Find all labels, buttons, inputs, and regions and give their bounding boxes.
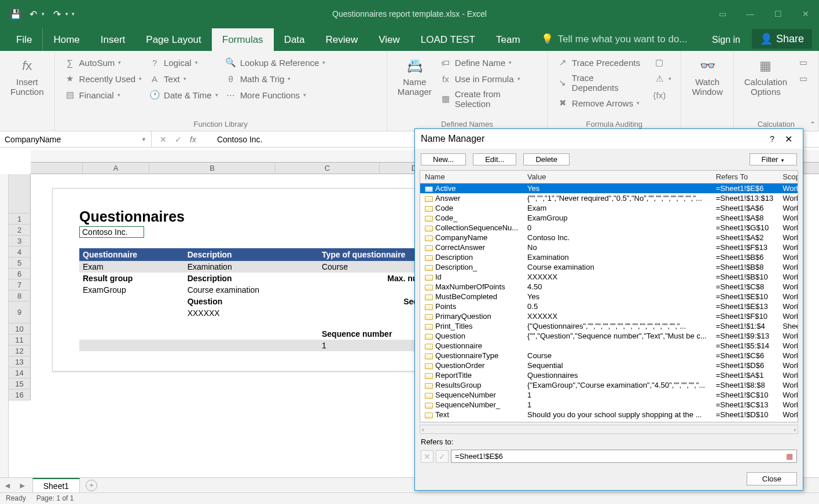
row-5[interactable]: 5 <box>9 257 30 268</box>
name-row[interactable]: Code_ExamGroup=Sheet1!$A$8Workbook <box>420 213 798 223</box>
sheet-nav-prev[interactable]: ◄ <box>0 481 15 490</box>
name-manager-button[interactable]: 📇 Name Manager <box>393 54 436 111</box>
tab-data[interactable]: Data <box>274 28 315 51</box>
col-a[interactable]: A <box>83 163 149 174</box>
row-9[interactable]: 9 <box>9 301 30 323</box>
collapse-ribbon-icon[interactable]: ⌃ <box>810 120 816 128</box>
text-button[interactable]: AText▾ <box>145 71 222 87</box>
name-row[interactable]: MaxNumberOfPoints4.50=Sheet1!$C$8Workboo… <box>420 282 798 292</box>
row-6[interactable]: 6 <box>9 268 30 279</box>
fx-icon[interactable]: fx <box>190 135 196 144</box>
new-button[interactable]: New... <box>421 153 466 165</box>
row-3[interactable]: 3 <box>9 236 30 247</box>
row-15[interactable]: 15 <box>9 378 30 389</box>
autosum-button[interactable]: ∑AutoSum▾ <box>61 54 146 71</box>
close-button[interactable]: Close <box>747 472 797 485</box>
tab-formulas[interactable]: Formulas <box>212 28 274 51</box>
math-button[interactable]: θMath & Trig▾ <box>222 71 329 87</box>
tab-insert[interactable]: Insert <box>90 28 136 51</box>
name-row[interactable]: TextShould you do your school supply sho… <box>420 410 798 420</box>
tab-team[interactable]: Team <box>486 28 531 51</box>
row-10[interactable]: 10 <box>9 323 30 334</box>
name-row[interactable]: Description_Course examination=Sheet1!$B… <box>420 262 798 272</box>
tab-home[interactable]: Home <box>43 28 90 51</box>
range-picker-icon[interactable]: ▦ <box>786 452 793 461</box>
col-refers-to[interactable]: Refers To <box>711 171 778 183</box>
name-row[interactable]: CompanyNameContoso Inc.=Sheet1!$A$2Workb… <box>420 233 798 242</box>
maximize-icon[interactable]: ☐ <box>765 0 791 28</box>
undo-icon[interactable]: ↶ <box>28 9 38 19</box>
row-16[interactable]: 16 <box>9 389 30 400</box>
chevron-down-icon[interactable]: ▼ <box>141 137 146 142</box>
calculate-now-button[interactable]: ▭ <box>794 54 813 71</box>
show-formulas-button[interactable]: ▢ <box>650 54 675 71</box>
col-scope[interactable]: Scope <box>778 171 798 183</box>
col-c[interactable]: C <box>276 163 380 174</box>
edit-button[interactable]: Edit... <box>473 153 516 165</box>
sign-in-link[interactable]: Sign in <box>705 29 747 51</box>
ribbon-display-icon[interactable]: ▭ <box>709 0 736 28</box>
row-2[interactable]: 2 <box>9 225 30 236</box>
watch-window-button[interactable]: 👓 Watch Window <box>687 54 727 99</box>
name-row[interactable]: MustBeCompletedYes=Sheet1!$E$10Workbook <box>420 292 798 301</box>
tab-view[interactable]: View <box>368 28 410 51</box>
name-row[interactable]: Question{"","Question","Sequence number"… <box>420 331 798 341</box>
col-value[interactable]: Value <box>523 171 711 183</box>
new-sheet-button[interactable]: + <box>86 480 97 491</box>
trace-precedents-button[interactable]: ↗Trace Precedents <box>553 54 645 71</box>
lookup-button[interactable]: 🔍Lookup & Reference▾ <box>222 54 329 71</box>
name-row[interactable]: PrimaryQuestionXXXXXX=Sheet1!$F$10Workbo… <box>420 311 798 321</box>
name-row[interactable]: SequenceNumber_1=Sheet1!$C$13Workbook <box>420 400 798 410</box>
filter-button[interactable]: Filter ▼ <box>750 153 797 165</box>
name-row[interactable]: SequenceNumber1=Sheet1!$C$10Workbook <box>420 390 798 400</box>
row-7[interactable]: 7 <box>9 279 30 290</box>
refers-accept-icon[interactable]: ✓ <box>436 450 449 463</box>
row-13[interactable]: 13 <box>9 356 30 367</box>
name-box[interactable]: CompanyName▼ <box>0 131 152 147</box>
delete-button[interactable]: Delete <box>523 153 570 165</box>
name-row[interactable]: ResultsGroup{"ExamGroup","Course examina… <box>420 380 798 390</box>
tell-me[interactable]: 💡Tell me what you want to do... <box>531 27 698 51</box>
name-row[interactable]: Print_Titles{"Questionnaires","","","","… <box>420 321 798 331</box>
calculation-options-button[interactable]: ▦ Calculation Options <box>740 54 792 99</box>
row-4[interactable]: 4 <box>9 247 30 257</box>
redo-dropdown[interactable]: ▾ <box>65 11 68 17</box>
name-row[interactable]: Questionnaire=Sheet1!$5:$14Workbook <box>420 341 798 351</box>
tab-review[interactable]: Review <box>315 28 369 51</box>
sheet-nav-next[interactable]: ► <box>15 481 30 490</box>
recently-used-button[interactable]: ★Recently Used▾ <box>61 71 146 87</box>
calculate-sheet-button[interactable]: ▭ <box>794 71 813 87</box>
formula-input[interactable]: Contoso Inc. <box>204 135 263 144</box>
col-name[interactable]: Name <box>420 171 523 183</box>
name-row[interactable]: CodeExam=Sheet1!$A$6Workbook <box>420 203 798 213</box>
create-from-selection-button[interactable]: ▦Create from Selection <box>436 87 541 111</box>
refers-cancel-icon[interactable]: ✕ <box>421 450 434 463</box>
row-11[interactable]: 11 <box>9 334 30 345</box>
trace-dependents-button[interactable]: ↘Trace Dependents <box>553 71 645 95</box>
name-row[interactable]: Answer{"","","1","Never required","0.5",… <box>420 193 798 203</box>
insert-function-button[interactable]: fx Insert Function <box>6 54 49 99</box>
dialog-hscroll[interactable]: ‹› <box>420 425 798 434</box>
name-row[interactable]: Text_Never required=Sheet1!$D$13Workbook <box>420 420 798 422</box>
row-12[interactable]: 12 <box>9 345 30 356</box>
close-icon[interactable]: ✕ <box>792 0 819 28</box>
name-row[interactable]: CorrectAnswerNo=Sheet1!$F$13Workbook <box>420 242 798 252</box>
tab-load-test[interactable]: LOAD TEST <box>410 28 486 51</box>
use-in-formula-button[interactable]: fxUse in Formula▾ <box>436 71 541 87</box>
share-button[interactable]: 👤Share <box>752 29 812 49</box>
name-row[interactable]: Points0.5=Sheet1!$E$13Workbook <box>420 301 798 311</box>
save-icon[interactable]: 💾 <box>10 9 21 19</box>
sheet-tab-sheet1[interactable]: Sheet1 <box>32 478 80 493</box>
minimize-icon[interactable]: — <box>737 0 763 28</box>
name-row[interactable]: DescriptionExamination=Sheet1!$B$6Workbo… <box>420 252 798 262</box>
undo-dropdown[interactable]: ▾ <box>42 11 45 17</box>
names-table[interactable]: Name Value Refers To Scope ActiveYes=She… <box>420 170 798 422</box>
name-row[interactable]: ActiveYes=Sheet1!$E$6Workbook <box>420 183 798 194</box>
name-row[interactable]: IdXXXXXX=Sheet1!$B$10Workbook <box>420 272 798 282</box>
name-row[interactable]: CollectionSequenceNu...0=Sheet1!$G$10Wor… <box>420 223 798 233</box>
refers-to-input[interactable]: =Sheet1!$E$6 ▦ <box>451 450 797 463</box>
tab-file[interactable]: File <box>6 28 43 51</box>
datetime-button[interactable]: 🕐Date & Time▾ <box>145 87 222 103</box>
row-14[interactable]: 14 <box>9 367 30 378</box>
name-row[interactable]: QuestionOrderSequential=Sheet1!$D$6Workb… <box>420 360 798 370</box>
